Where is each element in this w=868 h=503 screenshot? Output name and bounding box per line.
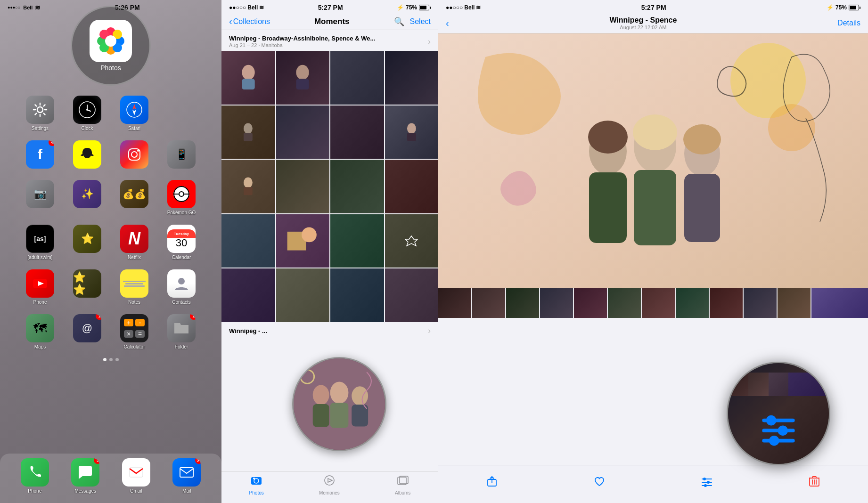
settings-icon[interactable] — [26, 96, 54, 124]
photo-cell-13[interactable] — [221, 214, 275, 268]
thumb-4[interactable] — [540, 288, 573, 318]
gmail-dock-icon[interactable] — [122, 458, 150, 487]
contacts-icon[interactable] — [167, 269, 196, 298]
tab-memories[interactable]: Memories — [319, 474, 340, 495]
app-clock[interactable]: Clock — [68, 96, 106, 131]
app-misc5[interactable]: ⭐ — [68, 225, 106, 260]
app-calendar[interactable]: Tuesday 30 Calendar — [163, 225, 200, 260]
app-safari[interactable]: Safari — [115, 96, 153, 131]
photo-cell-12[interactable] — [385, 160, 439, 213]
misc5-icon[interactable]: ⭐ — [73, 225, 101, 253]
clock-icon[interactable] — [73, 96, 101, 124]
photo-cell-20[interactable] — [385, 268, 439, 322]
app-settings[interactable]: Settings — [21, 96, 59, 131]
photo-cell-17[interactable] — [221, 268, 275, 322]
tab-albums[interactable]: Albums — [395, 474, 410, 495]
dock-phone[interactable]: Phone — [21, 458, 49, 494]
app-misc7[interactable]: @ 1 — [68, 314, 106, 349]
thumb-2[interactable] — [472, 288, 505, 318]
maps-icon[interactable]: 🗺 — [26, 314, 54, 342]
photo-cell-6[interactable] — [276, 105, 330, 159]
app-instagram[interactable] — [115, 140, 153, 170]
photo-cell-18[interactable] — [276, 268, 330, 322]
pokemon-icon[interactable] — [167, 180, 196, 208]
instagram-icon[interactable] — [120, 140, 148, 169]
app-netflix[interactable]: N Netflix — [115, 225, 153, 260]
app-misc4[interactable]: 💰💰 — [115, 180, 153, 215]
calculator-icon[interactable]: + - × = — [120, 314, 148, 342]
dock-messages[interactable]: 3 Messages — [71, 458, 99, 494]
select-btn[interactable]: Select — [410, 17, 431, 26]
photo-cell-14[interactable] — [276, 214, 330, 268]
mail-dock-icon[interactable]: 34 — [172, 458, 201, 487]
thumb-10[interactable] — [744, 288, 777, 318]
thumb-9[interactable] — [710, 288, 743, 318]
photo-cell-11[interactable] — [330, 160, 384, 213]
app-adultswim[interactable]: [as] [adult swim] — [21, 225, 59, 260]
app-calculator[interactable]: + - × = Calculator — [115, 314, 153, 349]
app-contacts[interactable]: Contacts — [163, 269, 200, 305]
delete-btn[interactable] — [804, 471, 825, 492]
photo-cell-16[interactable] — [385, 214, 439, 268]
share-btn[interactable] — [482, 471, 502, 492]
photo-cell-5[interactable] — [221, 105, 275, 159]
thumb-7[interactable] — [642, 288, 675, 318]
photo-cell-8[interactable] — [385, 105, 439, 159]
thumbnail-strip[interactable] — [438, 288, 868, 318]
search-icon-s2[interactable]: 🔍 — [394, 16, 404, 27]
photo-cell-15[interactable] — [330, 214, 384, 268]
thumb-11[interactable] — [778, 288, 811, 318]
fb-icon[interactable]: f 4 — [26, 140, 54, 169]
safari-icon[interactable] — [120, 96, 148, 124]
dock-gmail[interactable]: Gmail — [122, 458, 150, 494]
thumb-wide[interactable] — [811, 288, 868, 318]
details-btn[interactable]: Details — [837, 19, 860, 27]
messages-dock-icon[interactable]: 3 — [71, 458, 99, 487]
dock-mail[interactable]: 34 Mail — [172, 458, 201, 494]
photo-cell-10[interactable] — [276, 160, 330, 213]
back-btn-s3[interactable]: ‹ — [446, 18, 449, 29]
detail-photo[interactable] — [438, 33, 868, 288]
app-youtube[interactable]: Phone — [21, 269, 59, 305]
snapchat-icon[interactable] — [73, 140, 101, 169]
photo-cell-7[interactable] — [330, 105, 384, 159]
adultswim-icon[interactable]: [as] — [26, 225, 54, 253]
favorite-btn[interactable] — [589, 471, 610, 492]
thumb-8[interactable] — [676, 288, 709, 318]
app-fb[interactable]: f 4 — [21, 140, 59, 170]
app-maps[interactable]: 🗺 Maps — [21, 314, 59, 349]
photo-cell-1[interactable] — [221, 51, 275, 105]
edit-btn[interactable] — [696, 471, 717, 492]
misc6-icon[interactable]: ⭐ ⭐ — [73, 269, 101, 298]
photo-cell-9[interactable] — [221, 160, 275, 213]
photo-cell-4[interactable] — [385, 51, 439, 105]
thumb-3[interactable] — [506, 288, 539, 318]
netflix-icon[interactable]: N — [120, 225, 148, 253]
thumb-6[interactable] — [608, 288, 641, 318]
youtube-icon[interactable] — [26, 269, 54, 298]
thumb-1[interactable] — [438, 288, 471, 318]
photo-cell-3[interactable] — [330, 51, 384, 105]
misc4-icon[interactable]: 💰💰 — [120, 180, 148, 208]
misc7-icon[interactable]: @ 1 — [73, 314, 101, 342]
photo-cell-2[interactable] — [276, 51, 330, 105]
notes-icon[interactable] — [120, 269, 148, 298]
back-collections-btn[interactable]: ‹ Collections — [229, 16, 270, 27]
app-notes[interactable]: Notes — [115, 269, 153, 305]
thumb-5[interactable] — [574, 288, 607, 318]
tab-photos[interactable]: Photos — [249, 474, 264, 495]
app-misc3[interactable]: ✨ — [68, 180, 106, 215]
folder-icon[interactable]: 2 — [167, 314, 196, 342]
phone-dock-icon[interactable] — [21, 458, 49, 487]
calendar-icon[interactable]: Tuesday 30 — [167, 225, 196, 253]
photo-cell-19[interactable] — [330, 268, 384, 322]
app-pokemon[interactable]: Pokémon GO — [163, 180, 200, 215]
misc2-icon[interactable]: 📷 — [26, 180, 54, 208]
misc3-icon[interactable]: ✨ — [73, 180, 101, 208]
photos-icon-large[interactable] — [90, 20, 132, 62]
misc1-icon[interactable]: 📱 — [167, 140, 196, 169]
app-snapchat[interactable] — [68, 140, 106, 170]
app-misc1[interactable]: 📱 — [163, 140, 200, 170]
app-misc6[interactable]: ⭐ ⭐ — [68, 269, 106, 305]
app-misc2[interactable]: 📷 — [21, 180, 59, 215]
